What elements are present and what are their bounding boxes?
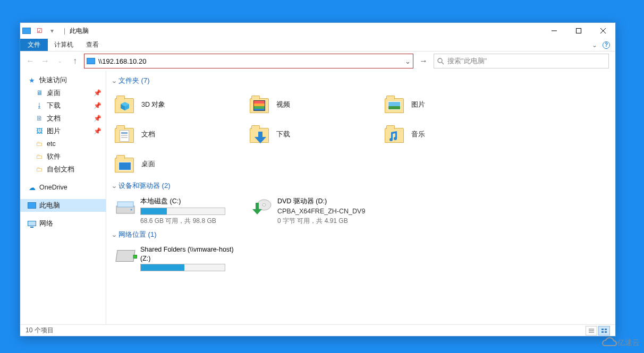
status-bar: 10 个项目 bbox=[20, 324, 615, 336]
maximize-button[interactable] bbox=[566, 23, 591, 39]
drive-c[interactable]: 本地磁盘 (C:) 68.6 GB 可用，共 98.8 GB bbox=[112, 195, 249, 228]
videos-icon bbox=[250, 94, 271, 115]
sidebar-software-label: 软件 bbox=[47, 152, 61, 161]
qat-properties-icon[interactable]: ☑ bbox=[35, 27, 44, 35]
address-this-pc-icon bbox=[87, 58, 95, 64]
group-drives-header[interactable]: 设备和驱动器 (2) bbox=[112, 181, 610, 191]
network-icon bbox=[28, 219, 36, 228]
dvd-drive-icon bbox=[252, 197, 273, 218]
sidebar-quick-access-label: 快速访问 bbox=[39, 76, 67, 85]
folder-downloads[interactable]: 下载 bbox=[247, 119, 382, 149]
svg-rect-11 bbox=[117, 202, 133, 207]
close-button[interactable] bbox=[591, 23, 615, 39]
ribbon-tabs: 文件 计算机 查看 ⌄ ? bbox=[20, 39, 615, 51]
up-button[interactable]: ↑ bbox=[69, 55, 81, 67]
folder-documents[interactable]: 文档 bbox=[112, 119, 247, 149]
folder-desktop-label: 桌面 bbox=[141, 160, 155, 169]
network-drive-z-name: Shared Folders (\\vmware-host) bbox=[140, 246, 245, 253]
ribbon-collapse-icon[interactable]: ⌄ bbox=[592, 41, 597, 49]
address-bar[interactable]: \\192.168.10.20 ⌄ bbox=[84, 54, 413, 68]
sidebar-etc-label: etc bbox=[47, 140, 56, 148]
group-network-header[interactable]: 网络位置 (1) bbox=[112, 230, 610, 239]
qat-new-folder-icon[interactable]: ▾ bbox=[48, 27, 56, 35]
folder-icon: 🗀 bbox=[35, 152, 44, 161]
svg-rect-19 bbox=[601, 329, 604, 330]
sidebar-self-doc[interactable]: 🗀 自创文档 bbox=[20, 163, 106, 176]
folder-videos[interactable]: 视频 bbox=[247, 90, 382, 119]
svg-rect-20 bbox=[605, 329, 607, 330]
folder-desktop[interactable]: 桌面 bbox=[112, 149, 247, 179]
folder-documents-label: 文档 bbox=[141, 130, 155, 139]
drive-d[interactable]: DVD 驱动器 (D:) CPBA_X64FRE_ZH-CN_DV9 0 字节 … bbox=[249, 195, 386, 228]
sidebar-pictures-label: 图片 bbox=[47, 127, 61, 136]
network-drive-z[interactable]: Shared Folders (\\vmware-host) (Z:) bbox=[112, 244, 249, 275]
tab-file[interactable]: 文件 bbox=[20, 39, 48, 51]
this-pc-icon bbox=[28, 201, 36, 210]
sidebar-documents-label: 文档 bbox=[47, 114, 61, 123]
drive-c-name: 本地磁盘 (C:) bbox=[140, 197, 245, 206]
local-disk-icon bbox=[115, 197, 136, 218]
folder-music[interactable]: 音乐 bbox=[382, 119, 516, 149]
network-drive-z-usage-bar bbox=[140, 264, 225, 271]
music-icon bbox=[385, 124, 406, 145]
svg-text:亿速云: 亿速云 bbox=[617, 338, 640, 347]
drive-d-label: CPBA_X64FRE_ZH-CN_DV9 bbox=[277, 208, 383, 215]
sidebar-selfdoc-label: 自创文档 bbox=[47, 165, 74, 174]
sidebar-this-pc[interactable]: 此电脑 bbox=[20, 199, 106, 212]
sidebar-software[interactable]: 🗀 软件 bbox=[20, 150, 106, 163]
drive-d-name: DVD 驱动器 (D:) bbox=[277, 197, 383, 206]
nav-pane: ★ 快速访问 🖥 桌面 📌 ⭳ 下载 📌 🗎 文档 📌 🖼 图片 � bbox=[20, 71, 106, 324]
sidebar-pictures[interactable]: 🖼 图片 📌 bbox=[20, 125, 106, 137]
sidebar-quick-access[interactable]: ★ 快速访问 bbox=[20, 74, 106, 87]
pin-icon: 📌 bbox=[94, 102, 101, 109]
explorer-window: ☑ ▾ | 此电脑 文件 计算机 查看 ⌄ ? ← → ⌄ ↑ \\192.16… bbox=[20, 22, 616, 337]
content-pane: 文件夹 (7) 3D 对象 视频 图片 文档 bbox=[106, 71, 615, 324]
qat-separator: | bbox=[64, 27, 65, 35]
body: ★ 快速访问 🖥 桌面 📌 ⭳ 下载 📌 🗎 文档 📌 🖼 图片 � bbox=[20, 71, 615, 324]
watermark: 亿速云 bbox=[597, 334, 643, 352]
minimize-button[interactable] bbox=[542, 23, 566, 39]
group-folders-header[interactable]: 文件夹 (7) bbox=[112, 76, 610, 85]
this-pc-icon bbox=[22, 27, 31, 35]
drive-c-usage-bar bbox=[140, 208, 225, 215]
pictures-icon bbox=[385, 94, 406, 115]
svg-line-5 bbox=[442, 62, 444, 64]
forward-button[interactable]: → bbox=[39, 55, 51, 67]
svg-point-12 bbox=[131, 209, 132, 211]
sidebar-etc[interactable]: 🗀 etc bbox=[20, 137, 106, 150]
sidebar-downloads-label: 下载 bbox=[47, 101, 61, 110]
sidebar-desktop[interactable]: 🖥 桌面 📌 bbox=[20, 87, 106, 99]
documents-icon: 🗎 bbox=[35, 114, 44, 123]
search-placeholder: 搜索"此电脑" bbox=[447, 56, 487, 66]
sidebar-onedrive-label: OneDrive bbox=[39, 184, 67, 191]
view-details-button[interactable] bbox=[586, 326, 597, 335]
onedrive-icon: ☁ bbox=[28, 183, 36, 192]
svg-marker-9 bbox=[255, 132, 266, 143]
sidebar-downloads[interactable]: ⭳ 下载 📌 bbox=[20, 99, 106, 112]
search-box[interactable]: 搜索"此电脑" bbox=[434, 54, 609, 68]
address-dropdown-icon[interactable]: ⌄ bbox=[405, 57, 411, 65]
drives-grid: 本地磁盘 (C:) 68.6 GB 可用，共 98.8 GB DVD 驱动器 (… bbox=[112, 195, 610, 228]
go-button[interactable]: → bbox=[417, 54, 430, 68]
network-drive-z-label: (Z:) bbox=[140, 255, 245, 262]
folder-3d-objects[interactable]: 3D 对象 bbox=[112, 90, 247, 119]
sidebar-documents[interactable]: 🗎 文档 📌 bbox=[20, 112, 106, 125]
tab-computer[interactable]: 计算机 bbox=[48, 39, 80, 51]
address-text: \\192.168.10.20 bbox=[98, 57, 146, 65]
folder-pictures[interactable]: 图片 bbox=[382, 90, 516, 119]
sidebar-network[interactable]: 网络 bbox=[20, 217, 106, 230]
pin-icon: 📌 bbox=[94, 115, 101, 122]
recent-locations-button[interactable]: ⌄ bbox=[54, 55, 66, 67]
back-button[interactable]: ← bbox=[24, 55, 36, 67]
search-icon bbox=[437, 58, 444, 65]
help-icon[interactable]: ? bbox=[603, 41, 610, 49]
sidebar-onedrive[interactable]: ☁ OneDrive bbox=[20, 181, 106, 194]
folder-icon: 🗀 bbox=[35, 165, 44, 174]
tab-view[interactable]: 查看 bbox=[80, 39, 105, 51]
drive-d-sub: 0 字节 可用，共 4.91 GB bbox=[277, 217, 383, 226]
svg-rect-22 bbox=[605, 331, 607, 333]
folder-3d-objects-label: 3D 对象 bbox=[141, 100, 165, 109]
item-count: 10 个项目 bbox=[26, 326, 54, 335]
svg-point-14 bbox=[262, 204, 266, 206]
desktop-folder-icon bbox=[115, 153, 136, 175]
